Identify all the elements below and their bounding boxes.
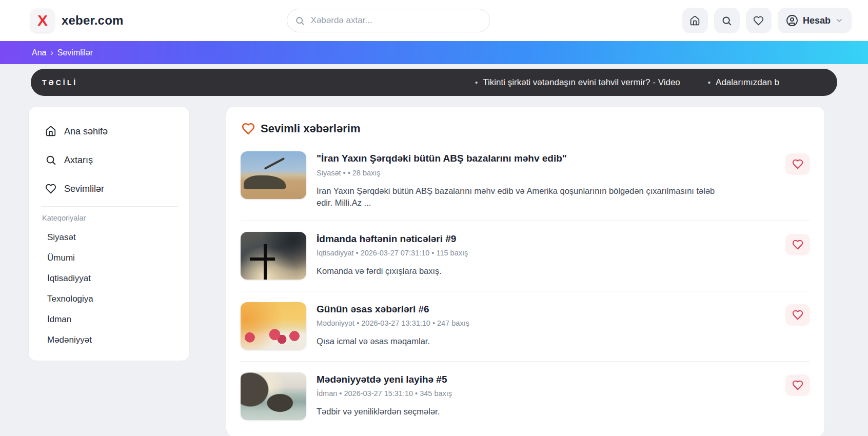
news-item[interactable]: Mədəniyyətdə yeni layihə #5 İdman • 2026… [241,361,810,431]
bullet: • [708,78,711,87]
news-title[interactable]: Günün əsas xəbərləri #6 [317,303,775,315]
news-title[interactable]: İdmanda həftənin nəticələri #9 [317,233,775,245]
heart-icon [792,239,803,250]
sidebar-category-iqtisadiyyat[interactable]: İqtisadiyyat [41,268,178,289]
logo-x-icon: X [31,9,54,32]
logo-letter: X [37,12,48,29]
heart-icon [792,158,803,170]
sidebar-category-medeniyyet[interactable]: Mədəniyyət [41,330,178,350]
news-item[interactable]: "İran Yaxın Şərqdəki bütün ABŞ bazaların… [241,141,810,221]
sidebar-item-label: Sevimlilər [64,184,104,194]
unfavorite-button[interactable] [785,234,810,255]
content: Ana səhifə Axtarış Sevimlilər Kateqoriya… [0,96,868,436]
news-body: İdmanda həftənin nəticələri #9 İqtisadiy… [317,232,775,280]
news-thumbnail-cross-clouds-image[interactable] [241,232,306,280]
account-button[interactable]: Hesab [778,8,852,33]
sidebar-item-home[interactable]: Ana səhifə [41,120,178,143]
sidebar: Ana səhifə Axtarış Sevimlilər Kateqoriya… [28,106,190,361]
news-body: "İran Yaxın Şərqdəki bütün ABŞ bazaların… [317,151,775,209]
sidebar-divider [41,206,178,207]
bullet: • [475,78,478,87]
news-title[interactable]: "İran Yaxın Şərqdəki bütün ABŞ bazaların… [317,152,775,165]
breadcrumb-home-link[interactable]: Ana [32,48,46,57]
favorites-panel: Sevimli xəbərlərim "İran Yaxın Şərqdəki … [226,106,825,436]
unfavorite-button[interactable] [785,304,810,326]
news-body: Günün əsas xəbərləri #6 Mədəniyyət • 202… [317,302,775,350]
search-icon [721,15,732,26]
breadcrumb-separator: › [50,48,53,57]
news-thumbnail-sea-rocks-image[interactable] [241,372,306,420]
breadcrumb: Ana › Sevimlilər [0,41,868,64]
news-item[interactable]: Günün əsas xəbərləri #6 Mədəniyyət • 202… [241,291,810,361]
ticker-item-text: Tikinti şirkəti vətəndaşın evini təhvil … [483,77,680,88]
heart-icon [792,380,803,391]
search-icon [295,16,305,26]
favorites-button[interactable] [746,8,772,33]
news-list: "İran Yaxın Şərqdəki bütün ABŞ bazaların… [241,141,810,431]
user-icon [786,14,798,27]
ticker-row: TƏCİLİ • Tikinti şirkəti vətəndaşın evin… [0,64,868,96]
ticker-items: • Tikinti şirkəti vətəndaşın evini təhvi… [475,69,779,96]
header-search [287,9,490,32]
header: X xeber.com [0,0,868,41]
sidebar-item-label: Ana səhifə [64,126,108,137]
ticker-item[interactable]: • Adalarımızdan b [708,77,779,88]
sidebar-category-umumi[interactable]: Ümumi [41,248,178,268]
breaking-news-ticker: TƏCİLİ • Tikinti şirkəti vətəndaşın evin… [31,69,837,96]
news-thumbnail-tank-desert-image[interactable] [241,151,306,199]
ticker-label: TƏCİLİ [42,78,77,87]
news-meta: İdman • 2026-03-27 15:31:10 • 345 baxış [317,389,775,398]
home-icon [689,15,700,26]
search-button[interactable] [714,8,740,33]
news-description: Tədbir və yeniliklərdən seçmələr. [317,406,732,418]
unfavorite-button[interactable] [785,374,810,396]
site-logo[interactable]: X xeber.com [31,9,124,32]
news-meta: Mədəniyyət • 2026-03-27 13:31:10 • 247 b… [317,319,775,327]
account-label: Hesab [803,15,831,26]
heart-icon [242,122,255,135]
news-body: Mədəniyyətdə yeni layihə #5 İdman • 2026… [317,372,775,420]
site-name: xeber.com [62,13,124,28]
sidebar-item-search[interactable]: Axtarış [41,149,178,171]
news-title[interactable]: Mədəniyyətdə yeni layihə #5 [317,373,775,386]
panel-title: Sevimli xəbərlərim [242,122,810,135]
news-item[interactable]: İdmanda həftənin nəticələri #9 İqtisadiy… [241,221,810,291]
heart-icon [753,15,764,26]
home-button[interactable] [682,8,708,33]
news-meta: Siyasət • • 28 baxış [317,169,775,177]
news-description: Komanda və fərdi çıxışlara baxış. [317,265,732,277]
breadcrumb-current: Sevimlilər [57,48,93,57]
page-root: X xeber.com [0,0,868,436]
heart-icon [45,183,56,194]
heart-icon [792,309,803,321]
sidebar-item-label: Axtarış [64,155,93,166]
sidebar-category-idman[interactable]: İdman [41,309,178,330]
news-thumbnail-raspberries-image[interactable] [241,302,306,350]
unfavorite-button[interactable] [785,153,810,175]
news-description: İran Yaxın Şərqdəki bütün ABŞ bazalarını… [317,185,732,209]
news-description: Qısa icmal və əsas məqamlar. [317,335,732,347]
sidebar-category-texnologiya[interactable]: Texnologiya [41,289,178,309]
search-input[interactable] [287,9,490,32]
categories-heading: Kateqoriyalar [42,214,178,222]
page-title: Sevimli xəbərlərim [261,122,360,135]
ticker-item[interactable]: • Tikinti şirkəti vətəndaşın evini təhvi… [475,77,680,88]
news-meta: İqtisadiyyat • 2026-03-27 07:31:10 • 115… [317,249,775,257]
home-icon [45,126,56,137]
sidebar-category-siyaset[interactable]: Siyasət [41,227,178,248]
chevron-down-icon [835,16,843,25]
ticker-item-text: Adalarımızdan b [716,77,779,88]
search-icon [45,154,56,166]
sidebar-item-favorites[interactable]: Sevimlilər [41,177,178,200]
header-actions: Hesab [682,8,852,33]
